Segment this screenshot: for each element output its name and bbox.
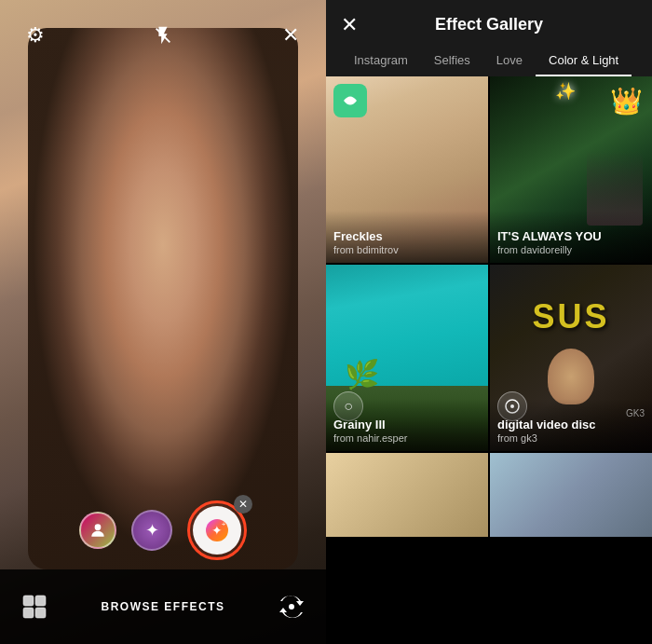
- effect-delete-badge[interactable]: ✕: [234, 495, 252, 514]
- freckles-app-icon: [333, 84, 367, 117]
- svg-point-9: [289, 604, 294, 610]
- effect-inner-icon: ✦ +: [193, 506, 241, 555]
- gallery-title-row: ✕ Effect Gallery: [341, 15, 637, 34]
- gallery-item-dvd[interactable]: SUS GK3 digital video disc from gk3: [490, 265, 652, 451]
- camera-bottom-bar: BROWSE EFFECTS: [0, 569, 326, 644]
- dvd-label: digital video disc from gk3: [490, 399, 652, 451]
- always-you-author: from davidoreilly: [497, 244, 645, 255]
- freckles-author: from bdimitrov: [333, 244, 481, 255]
- tab-selfies[interactable]: Selfies: [421, 46, 483, 76]
- flash-icon[interactable]: [146, 19, 180, 52]
- tab-color-light[interactable]: Color & Light: [536, 46, 632, 76]
- svg-rect-5: [23, 596, 34, 606]
- grainy-label: Grainy III from nahir.esper: [326, 399, 488, 451]
- gallery-header: ✕ Effect Gallery Instagram Selfies Love …: [326, 0, 652, 76]
- svg-point-1: [95, 524, 102, 530]
- dvd-title: digital video disc: [497, 418, 645, 432]
- always-you-label: IT'S ALWAYS YOU from davidoreilly: [490, 211, 652, 263]
- person-overlay: [28, 28, 298, 569]
- camera-top-controls: ⚙ ✕: [0, 19, 326, 52]
- avatar-effect-icon[interactable]: [79, 512, 116, 549]
- grainy-title: Grainy III: [333, 418, 481, 432]
- svg-text:+: +: [222, 520, 226, 528]
- gallery-grid: Freckles from bdimitrov 👑 ✨ IT'S ALWAYS …: [326, 76, 652, 644]
- browse-effects-label: BROWSE EFFECTS: [55, 600, 271, 613]
- svg-rect-8: [35, 608, 46, 618]
- svg-rect-6: [35, 596, 46, 606]
- gallery-title: Effect Gallery: [435, 15, 543, 34]
- close-icon[interactable]: ✕: [274, 19, 307, 52]
- gallery-item-grainy[interactable]: 🌿 ○ Grainy III from nahir.esper: [326, 265, 488, 451]
- freckles-label: Freckles from bdimitrov: [326, 211, 488, 263]
- freckles-title: Freckles: [333, 229, 481, 244]
- gallery-close-button[interactable]: ✕: [341, 13, 358, 37]
- gallery-item-always-you[interactable]: 👑 ✨ IT'S ALWAYS YOU from davidoreilly: [490, 76, 652, 263]
- gallery-icon[interactable]: [14, 586, 55, 627]
- tab-instagram[interactable]: Instagram: [341, 46, 421, 76]
- effect-gallery-panel: ✕ Effect Gallery Instagram Selfies Love …: [326, 0, 652, 644]
- gallery-item-partial-2[interactable]: [490, 453, 652, 537]
- add-effect-button[interactable]: ✕ ✦ +: [187, 500, 247, 560]
- always-you-title: IT'S ALWAYS YOU: [497, 229, 645, 244]
- gallery-item-partial-1[interactable]: [326, 453, 488, 537]
- settings-icon[interactable]: ⚙: [19, 19, 52, 52]
- svg-rect-7: [23, 608, 34, 618]
- dvd-author: from gk3: [497, 432, 645, 444]
- effect-controls-row: ✦ ✕: [0, 500, 326, 560]
- tab-camera[interactable]: Camera: [632, 46, 637, 76]
- grainy-author: from nahir.esper: [333, 432, 481, 444]
- gallery-tabs: Instagram Selfies Love Color & Light Cam…: [341, 46, 637, 76]
- camera-panel: ⚙ ✕ ✦ ✕: [0, 0, 326, 644]
- flip-camera-icon[interactable]: [271, 586, 312, 627]
- purple-effect-icon[interactable]: ✦: [131, 510, 172, 551]
- gallery-item-freckles[interactable]: Freckles from bdimitrov: [326, 76, 488, 263]
- tab-love[interactable]: Love: [483, 46, 536, 76]
